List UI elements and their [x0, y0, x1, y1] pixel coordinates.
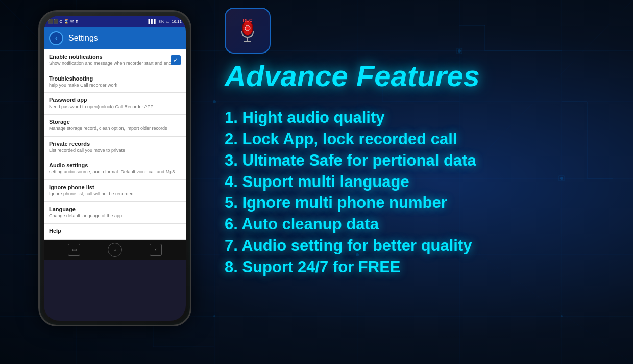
settings-item-storage[interactable]: Storage Manage storage record, clean opt… — [44, 115, 186, 137]
svg-point-15 — [458, 49, 461, 53]
app-icon: REC — [225, 8, 271, 54]
settings-item-title-5: Audio settings — [49, 162, 181, 168]
settings-item-ignore-phones[interactable]: Ignore phone list Ignore phone list, cal… — [44, 180, 186, 202]
back-nav-icon: ‹ — [155, 247, 156, 252]
settings-item-desc-0: Show notification and message when recor… — [49, 61, 181, 67]
advance-features-title: Advance Features — [225, 61, 628, 91]
settings-item-title-2: Password app — [49, 97, 181, 103]
settings-item-password[interactable]: Password app Need password to open(unloc… — [44, 93, 186, 115]
phone-nav-bar: ▭ ○ ‹ — [44, 240, 186, 260]
home-button[interactable]: ○ — [108, 243, 122, 257]
mic-svg-icon: REC — [235, 17, 260, 45]
settings-item-desc-1: help you make Call recorder work — [49, 83, 181, 89]
settings-item-title-3: Storage — [49, 119, 181, 125]
status-icons: ⬛⬛ ⊙ ⌛ ✉ ⬆ — [48, 19, 79, 24]
battery-icon: ▭ — [166, 19, 170, 24]
app-icon-container: REC — [225, 8, 271, 54]
settings-header: ‹ Settings — [44, 27, 186, 49]
feature-item-8: 8. Suport 24/7 for FREE — [225, 256, 628, 278]
feature-item-4: 4. Suport multi language — [225, 171, 628, 193]
settings-item-help[interactable]: Help — [44, 224, 186, 240]
settings-item-title-7: Language — [49, 206, 181, 212]
signal-icon: ▌▌▌ — [148, 19, 157, 24]
settings-item-title-1: Troubleshooting — [49, 75, 181, 82]
status-icons-left: ⬛⬛ ⊙ ⌛ ✉ ⬆ — [48, 19, 79, 24]
features-list: 1. Hight audio quality 2. Lock App, lock… — [225, 107, 628, 359]
settings-item-desc-4: List recorded call you move to private — [49, 148, 181, 154]
battery-level: 8% — [158, 19, 164, 24]
settings-item-desc-5: setting audio source, audio format. Defa… — [49, 169, 181, 175]
recent-apps-button[interactable]: ▭ — [68, 244, 80, 256]
feature-item-6: 6. Auto cleanup data — [225, 214, 628, 235]
settings-item-enable-notifications[interactable]: Enable notifications Show notification a… — [44, 49, 186, 71]
feature-item-3: 3. Ultimate Safe for pertional data — [225, 150, 628, 171]
svg-text:REC: REC — [242, 18, 253, 23]
back-nav-button[interactable]: ‹ — [150, 244, 162, 256]
app-icon-inner: REC — [235, 17, 260, 45]
status-bar: ⬛⬛ ⊙ ⌛ ✉ ⬆ ▌▌▌ 8% ▭ 16:11 — [44, 16, 186, 27]
phone-frame: SAMSUNG ⬛⬛ ⊙ ⌛ ✉ ⬆ ▌▌▌ 8% ▭ 16:11 ‹ — [38, 10, 191, 326]
settings-title: Settings — [68, 34, 98, 43]
settings-item-troubleshooting[interactable]: Troubleshooting help you make Call recor… — [44, 71, 186, 93]
phone-screen: ⬛⬛ ⊙ ⌛ ✉ ⬆ ▌▌▌ 8% ▭ 16:11 ‹ Settings — [44, 16, 186, 321]
phone-mockup: SAMSUNG ⬛⬛ ⊙ ⌛ ✉ ⬆ ▌▌▌ 8% ▭ 16:11 ‹ — [15, 10, 214, 357]
back-button[interactable]: ‹ — [49, 31, 63, 45]
settings-item-desc-2: Need password to open(unlock) Call Recor… — [49, 104, 181, 110]
settings-item-title-4: Private records — [49, 141, 181, 147]
settings-item-desc-3: Manage storage record, clean option, imp… — [49, 126, 181, 132]
settings-list: Enable notifications Show notification a… — [44, 49, 186, 240]
settings-item-audio[interactable]: Audio settings setting audio source, aud… — [44, 158, 186, 180]
home-icon: ○ — [113, 247, 116, 252]
settings-item-title-0: Enable notifications — [49, 54, 181, 60]
settings-item-language[interactable]: Language Change default language of the … — [44, 202, 186, 224]
settings-item-private-records[interactable]: Private records List recorded call you m… — [44, 137, 186, 159]
feature-item-2: 2. Lock App, lock recorded call — [225, 128, 628, 150]
settings-item-title-8: Help — [49, 228, 181, 234]
settings-item-title-6: Ignore phone list — [49, 184, 181, 190]
back-arrow-icon: ‹ — [55, 34, 58, 42]
feature-item-5: 5. Ignore multi phone number — [225, 192, 628, 214]
recent-apps-icon: ▭ — [72, 247, 77, 252]
enable-notifications-checkbox[interactable]: ✓ — [171, 55, 181, 65]
feature-item-1: 1. Hight audio quality — [225, 107, 628, 128]
settings-item-desc-7: Change default language of the app — [49, 213, 181, 219]
feature-item-7: 7. Audio setting for better quality — [225, 235, 628, 256]
settings-item-desc-6: Ignore phone list, call will not be reco… — [49, 191, 181, 197]
status-info-right: ▌▌▌ 8% ▭ 16:11 — [148, 19, 182, 24]
clock: 16:11 — [172, 19, 182, 24]
